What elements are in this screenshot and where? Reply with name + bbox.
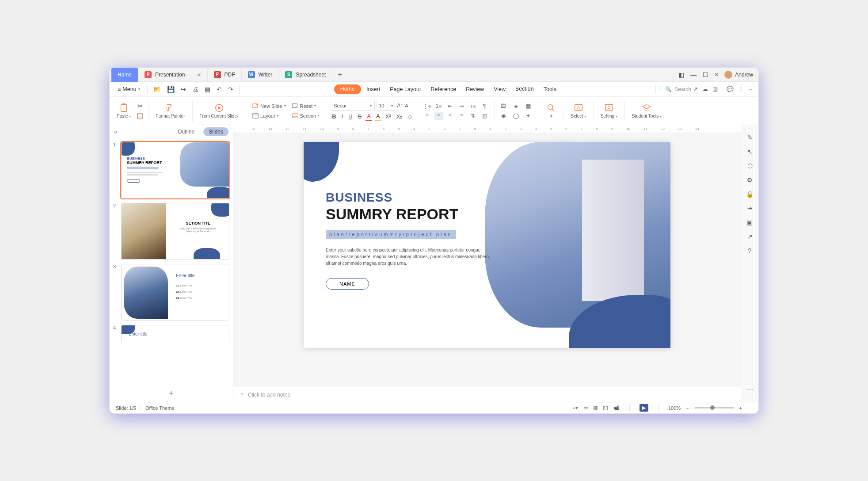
bold-button[interactable]: B (331, 113, 337, 120)
subscript-button[interactable]: X₂ (395, 113, 404, 120)
slide-subtitle[interactable]: Enter your subtitle here consectetuer ad… (326, 247, 494, 267)
menu-home[interactable]: Home (334, 84, 361, 94)
sliders-icon[interactable]: ⚙ (747, 176, 753, 183)
shape-tool-icon[interactable]: ⬡ (747, 162, 753, 169)
chat-icon[interactable]: 💬 (727, 86, 734, 92)
canvas-scroll[interactable]: BUSINESS SUMMRY REPORT plan/report/summr… (233, 133, 741, 387)
clear-format-button[interactable]: ◇ (406, 113, 413, 120)
columns-icon[interactable]: ▥ (480, 112, 489, 120)
more-tools-icon[interactable]: ⋯ (747, 386, 753, 393)
strikethrough-button[interactable]: S (357, 113, 363, 120)
shapes-icon[interactable]: ◈ (511, 102, 520, 110)
menu-insert[interactable]: Insert (362, 84, 385, 94)
decrease-font-icon[interactable]: A⁻ (405, 103, 411, 109)
font-name-select[interactable]: Seoui▾ (331, 101, 375, 111)
share-icon[interactable]: ↗ (693, 86, 698, 92)
text-direction-icon[interactable]: ¶ (480, 102, 489, 110)
select-button[interactable]: Select ▾ (568, 102, 589, 120)
find-button[interactable]: ▾ (544, 102, 559, 119)
add-slide-button[interactable]: + (110, 386, 233, 402)
tab-home[interactable]: Home (111, 68, 138, 82)
student-tools-button[interactable]: Student Tools ▾ (629, 102, 664, 120)
redo-icon[interactable]: ↷ (226, 84, 236, 94)
zoom-slider[interactable] (694, 407, 734, 408)
preview-icon[interactable]: ▤ (202, 84, 213, 94)
help-icon[interactable]: ? (748, 247, 752, 254)
from-current-slide-button[interactable]: From Current Slide▾ (197, 102, 241, 120)
play-button[interactable]: ▶ (640, 404, 648, 412)
paste-button[interactable]: Paste ▾ (114, 102, 133, 120)
thumbnail-3[interactable]: 3 Enter title 01. Enter Title 02. Enter … (113, 264, 229, 321)
highlight-button[interactable]: A (375, 112, 381, 121)
fit-window-icon[interactable]: ⛶ (747, 405, 752, 411)
slideshow-view-icon[interactable]: 📹 (613, 405, 620, 411)
increase-indent-icon[interactable]: ⇥ (457, 102, 466, 110)
view-menu-icon[interactable]: ≡▾ (573, 405, 578, 411)
align-center-icon[interactable]: ≡ (434, 112, 443, 120)
align-left-icon[interactable]: ≡ (423, 112, 431, 120)
window-snap-icon[interactable]: ◧ (678, 71, 684, 78)
italic-button[interactable]: I (340, 113, 345, 120)
user-menu[interactable]: Andrew (724, 71, 753, 79)
reset-button[interactable]: Reset▾ (290, 102, 322, 110)
font-color-button[interactable]: A (365, 112, 372, 121)
pointer-tool-icon[interactable]: ↖ (747, 148, 753, 155)
undo-icon[interactable]: ↶ (214, 84, 224, 94)
exit-icon[interactable]: ⇥ (747, 205, 753, 212)
slide-canvas[interactable]: BUSINESS SUMMRY REPORT plan/report/summr… (304, 142, 670, 348)
distribute-icon[interactable]: ⇅ (468, 112, 477, 120)
menu-tools[interactable]: Tools (539, 84, 561, 94)
reading-view-icon[interactable]: ▯▯ (603, 405, 608, 411)
minimize-icon[interactable]: — (690, 71, 697, 78)
layout-button[interactable]: Layout▾ (251, 112, 288, 120)
superscript-button[interactable]: X² (384, 113, 392, 120)
menu-section[interactable]: Section (511, 84, 538, 94)
panel-icon[interactable]: ▣ (747, 219, 753, 226)
setting-button[interactable]: Setting ▾ (598, 102, 620, 120)
outline-icon[interactable]: ◯ (511, 112, 520, 120)
justify-icon[interactable]: ≡ (457, 112, 466, 120)
decrease-indent-icon[interactable]: ⇤ (445, 102, 454, 110)
bullets-icon[interactable]: ⋮≡ (423, 102, 431, 110)
menu-view[interactable]: View (489, 84, 510, 94)
notes-panel[interactable]: ≡ Click to add notes (233, 387, 741, 402)
new-slide-button[interactable]: New Slide▾ (251, 102, 288, 110)
sorter-view-icon[interactable]: ▦ (593, 405, 598, 411)
arrange-icon[interactable]: ▦ (524, 102, 533, 110)
close-window-icon[interactable]: × (715, 71, 718, 78)
layout-toggle-icon[interactable]: ▥ (712, 86, 718, 92)
slides-tab[interactable]: Slides (203, 127, 228, 136)
menu-review[interactable]: Review (461, 84, 488, 94)
collapse-ribbon-icon[interactable]: ︿ (748, 85, 754, 93)
cut-icon[interactable]: ✂ (137, 103, 143, 110)
export-icon[interactable]: ↪ (179, 84, 188, 94)
outline-tab[interactable]: Outline (172, 127, 200, 136)
effects-icon[interactable]: ✦ (524, 112, 533, 120)
thumbnail-4[interactable]: 4 Enter title (113, 325, 229, 343)
lock-icon[interactable]: 🔒 (746, 191, 754, 198)
tab-writer[interactable]: W Writer (242, 68, 279, 82)
close-icon[interactable]: × (197, 71, 201, 78)
maximize-icon[interactable]: ☐ (703, 71, 708, 78)
slide-heading-1[interactable]: BUSINESS (326, 191, 494, 205)
save-icon[interactable]: 💾 (165, 84, 177, 94)
section-button[interactable]: Section▾ (290, 112, 322, 120)
picture-icon[interactable]: 🖼 (499, 102, 508, 110)
menu-page-layout[interactable]: Page Layout (385, 84, 425, 94)
print-icon[interactable]: 🖨 (190, 84, 201, 94)
open-icon[interactable]: 📂 (151, 84, 163, 94)
menu-button[interactable]: ≡ Menu ▾ (114, 84, 144, 94)
new-tab-button[interactable]: + (332, 71, 347, 79)
format-painter-button[interactable]: Farmat Painter (153, 102, 187, 119)
slide-heading-2[interactable]: SUMMRY REPORT (326, 206, 494, 223)
underline-button[interactable]: U (347, 113, 354, 120)
align-right-icon[interactable]: ≡ (445, 112, 454, 120)
line-spacing-icon[interactable]: ↕≡ (468, 102, 477, 110)
edit-tool-icon[interactable]: ✎ (747, 134, 753, 141)
copy-icon[interactable]: 📋 (136, 112, 144, 119)
increase-font-icon[interactable]: A⁺ (397, 103, 403, 109)
menu-reference[interactable]: Reference (426, 84, 461, 94)
slide-name-button[interactable]: NAME (326, 278, 369, 290)
cloud-icon[interactable]: ☁ (702, 86, 708, 92)
font-size-select[interactable]: 10▾ (377, 101, 395, 111)
